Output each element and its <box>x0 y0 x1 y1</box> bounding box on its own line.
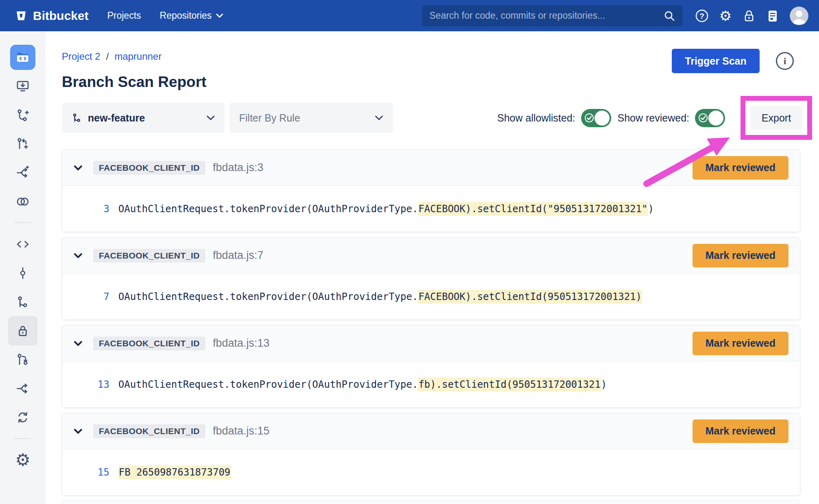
finding-header: FACEBOOK_CLIENT_ID fbdata.js:13 Mark rev… <box>62 326 800 361</box>
show-reviewed-label: Show reviewed: <box>618 112 689 124</box>
user-avatar[interactable] <box>790 7 808 25</box>
rule-filter-placeholder: Filter By Rule <box>239 112 300 124</box>
rule-badge: FACEBOOK_CLIENT_ID <box>93 424 205 438</box>
branch-icon <box>72 113 82 123</box>
sidebar-item-compare[interactable] <box>0 187 46 216</box>
sidebar-item-create-pull-request[interactable] <box>0 129 46 158</box>
finding-header: FACEBOOK_CLIENT_ID fbdata.js:7 Mark revi… <box>62 238 800 274</box>
show-reviewed-toggle[interactable] <box>695 109 725 127</box>
line-number: 7 <box>62 291 109 302</box>
rule-badge: FACEBOOK_CLIENT_ID <box>93 249 205 263</box>
finding-location: fbdata.js:15 <box>213 425 270 437</box>
secret-highlight: FACEBOOK).setClientId(950513172001321) <box>418 290 642 304</box>
gear-icon: ⚙ <box>15 452 30 469</box>
lock-icon <box>741 8 757 24</box>
clone-icon <box>16 79 30 93</box>
main-content: Project 2 / maprunner Trigger Scan i Bra… <box>46 31 819 504</box>
compare-icon <box>15 195 30 209</box>
show-allowlisted-label: Show allowlisted: <box>497 112 575 124</box>
bitbucket-logo[interactable]: Bitbucket <box>15 9 89 23</box>
line-number: 15 <box>62 467 109 478</box>
info-icon[interactable]: i <box>776 52 794 70</box>
finding-card: FACEBOOK_CLIENT_ID fbdata.js:7 Mark revi… <box>62 237 800 320</box>
navbar-actions: ? ⚙ <box>692 6 808 26</box>
annotation-highlight-box: Export <box>741 96 812 140</box>
source-code-icon <box>15 237 30 251</box>
secret-highlight: FB 2650987631873709 <box>118 465 231 479</box>
collapse-chevron-icon[interactable] <box>74 341 83 346</box>
branch-selector-value: new-feature <box>88 112 145 124</box>
fork-plus-icon <box>16 166 30 180</box>
sidebar-item-branches[interactable] <box>0 287 46 316</box>
show-allowlisted-toggle[interactable] <box>581 109 611 127</box>
chevron-down-icon <box>207 115 215 121</box>
breadcrumb-project-link[interactable]: Project 2 <box>62 51 100 62</box>
toggle-knob <box>595 111 610 126</box>
sidebar-item-clone[interactable] <box>0 72 46 100</box>
collapse-chevron-icon[interactable] <box>74 253 83 259</box>
finding-card: FACEBOOK_CLIENT_ID fbdata.js:3 Mark revi… <box>62 150 800 232</box>
sidebar-item-commits[interactable] <box>0 259 46 287</box>
chevron-down-icon <box>216 13 223 18</box>
search-placeholder: Search for code, commits or repositories… <box>429 10 664 21</box>
nav-projects[interactable]: Projects <box>107 10 141 21</box>
mark-reviewed-button[interactable]: Mark reviewed <box>693 156 789 180</box>
code-snippet: OAuthClientRequest.tokenProvider(OAuthPr… <box>118 203 654 215</box>
finding-code-row: 13 OAuthClientRequest.tokenProvider(OAut… <box>62 361 800 407</box>
mark-reviewed-button[interactable]: Mark reviewed <box>693 244 789 267</box>
sidebar-item-sync[interactable] <box>0 403 46 432</box>
search-input[interactable]: Search for code, commits or repositories… <box>422 5 682 26</box>
finding-header: FACEBOOK_CLIENT_ID fbdata.js:3 Mark revi… <box>62 150 800 186</box>
sidebar-item-pull-requests[interactable] <box>0 345 46 374</box>
collapse-chevron-icon[interactable] <box>74 165 83 171</box>
finding-card-partial <box>62 500 800 504</box>
finding-location: fbdata.js:13 <box>213 337 270 350</box>
sidebar-divider <box>14 438 31 439</box>
branch-selector-dropdown[interactable]: new-feature <box>62 103 224 133</box>
sidebar-item-forks[interactable] <box>0 374 46 403</box>
settings-button[interactable]: ⚙ <box>716 6 735 26</box>
finding-code-row: 7 OAuthClientRequest.tokenProvider(OAuth… <box>62 274 800 319</box>
sidebar-item-fork[interactable] <box>0 158 46 187</box>
sidebar-item-secret-scan-active[interactable] <box>0 316 46 345</box>
secret-highlight: FACEBOOK).setClientId("950513172001321" <box>418 202 648 216</box>
commits-icon <box>16 266 30 280</box>
feedback-button[interactable] <box>763 6 782 26</box>
line-number: 3 <box>62 203 109 215</box>
finding-location: fbdata.js:3 <box>213 161 264 174</box>
sidebar-item-repository[interactable] <box>0 43 46 72</box>
export-button[interactable]: Export <box>751 106 802 130</box>
sidebar-item-source[interactable] <box>0 230 46 259</box>
fork-icon <box>16 382 30 395</box>
create-branch-icon <box>16 108 30 122</box>
pull-request-icon <box>16 353 30 367</box>
sidebar-item-create-branch[interactable] <box>0 100 46 129</box>
logo-text: Bitbucket <box>33 9 89 23</box>
collapse-chevron-icon[interactable] <box>74 428 83 434</box>
bitbucket-bucket-icon <box>15 9 28 22</box>
lock-icon <box>16 324 30 338</box>
gear-icon: ⚙ <box>719 9 732 23</box>
code-snippet: OAuthClientRequest.tokenProvider(OAuthPr… <box>118 291 642 302</box>
page-title: Branch Scan Report <box>62 74 800 91</box>
check-icon <box>698 113 708 123</box>
mark-reviewed-button[interactable]: Mark reviewed <box>693 332 789 355</box>
svg-text:?: ? <box>699 12 704 20</box>
repository-folder-icon <box>10 45 35 70</box>
mark-reviewed-button[interactable]: Mark reviewed <box>693 419 789 443</box>
rule-filter-dropdown[interactable]: Filter By Rule <box>229 103 393 133</box>
sidebar-item-settings[interactable]: ⚙ <box>0 445 46 474</box>
top-navbar: Bitbucket Projects Repositories Search f… <box>0 0 819 31</box>
search-icon <box>664 10 675 22</box>
active-item-background <box>8 316 37 345</box>
security-button[interactable] <box>739 6 759 26</box>
breadcrumb-repo-link[interactable]: maprunner <box>114 51 161 62</box>
secret-highlight: fb).setClientId(950513172001321 <box>418 378 601 391</box>
check-icon <box>584 113 595 123</box>
branches-icon <box>16 295 30 309</box>
trigger-scan-button[interactable]: Trigger Scan <box>672 49 760 73</box>
help-button[interactable]: ? <box>692 6 712 26</box>
nav-repositories[interactable]: Repositories <box>160 10 223 21</box>
code-snippet: FB 2650987631873709 <box>118 467 231 478</box>
toggle-knob <box>708 111 723 126</box>
